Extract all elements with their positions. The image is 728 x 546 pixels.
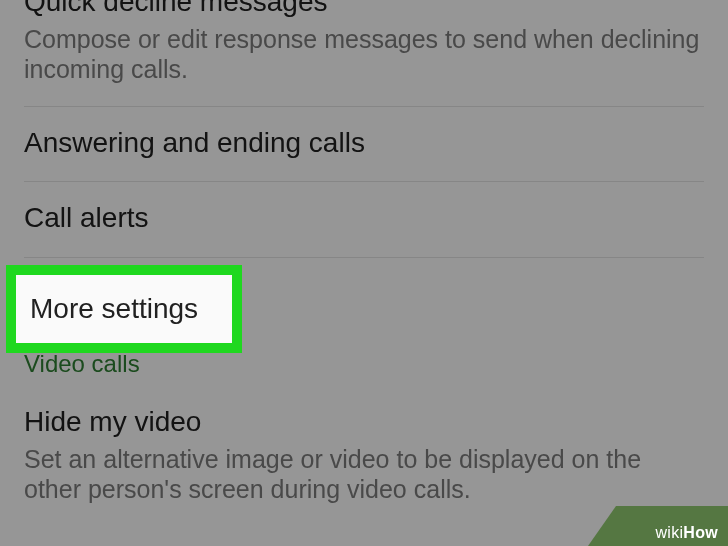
settings-list: Quick decline messages Compose or edit r… [0,0,728,504]
item-title: Call alerts [24,202,704,234]
item-title: Answering and ending calls [24,127,704,159]
item-call-alerts[interactable]: Call alerts [0,182,728,256]
callout-label: More settings [30,293,198,325]
item-answering-ending-calls[interactable]: Answering and ending calls [0,107,728,181]
item-title: Hide my video [24,406,704,438]
item-subtitle: Set an alternative image or video to be … [24,444,704,504]
item-subtitle: Compose or edit response messages to sen… [24,24,704,84]
item-title: Quick decline messages [24,0,704,18]
wikihow-watermark-text: wikiHow [655,524,718,542]
item-hide-my-video[interactable]: Hide my video Set an alternative image o… [0,386,728,504]
item-quick-decline-messages[interactable]: Quick decline messages Compose or edit r… [0,0,728,106]
highlight-callout-more-settings: More settings [6,265,242,353]
